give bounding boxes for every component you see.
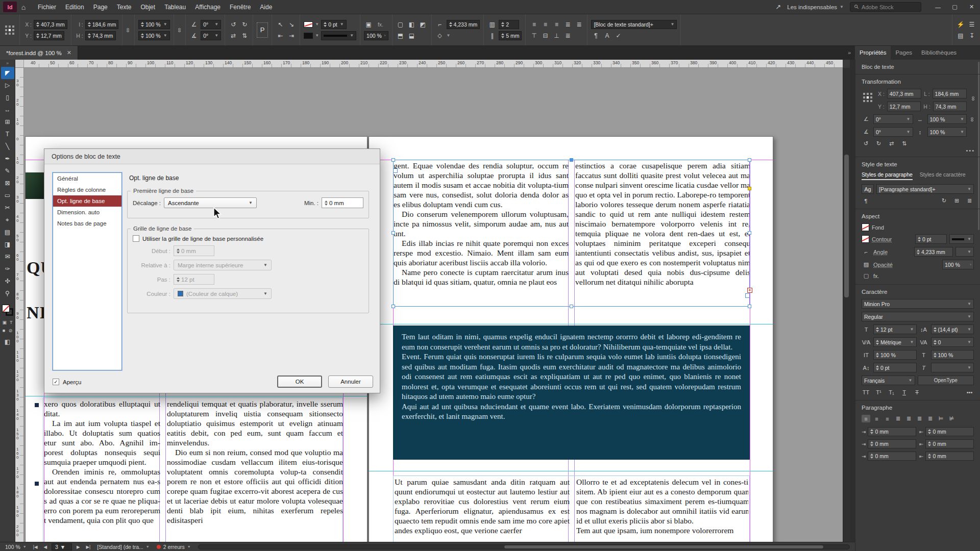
chevron-down-icon[interactable]: ▼ (315, 33, 319, 38)
valign-justify-icon[interactable]: ≣ (563, 32, 572, 39)
stroke-link[interactable]: Contour (872, 236, 913, 242)
menu-objet[interactable]: Objet (136, 0, 160, 14)
share-icon[interactable]: ↗ (775, 3, 781, 11)
link-icon[interactable]: ∞ (125, 28, 132, 32)
gutter-field[interactable]: 5 mm (499, 31, 522, 40)
preview-checkbox[interactable]: ✓ (53, 379, 59, 385)
align-towards-spine-icon[interactable]: ⊨ (937, 415, 945, 422)
stepper-arrows[interactable] (36, 33, 39, 38)
rotate-cw-icon[interactable]: ↻ (240, 21, 249, 28)
align-right-icon[interactable]: ≡ (883, 415, 892, 422)
height-field[interactable]: 74,3 mm (933, 102, 967, 111)
stepper-arrows[interactable] (36, 22, 39, 27)
first-page-button[interactable]: |◀ (32, 544, 39, 549)
next-page-button[interactable]: ▶ (75, 544, 82, 549)
redefine-style-icon[interactable]: ↻ (940, 197, 948, 205)
left-page-text-frame[interactable]: xero quos doloratibus elluptaqui ut dita… (44, 399, 343, 542)
opentype-button[interactable]: OpenType (918, 375, 974, 385)
workspace-switcher[interactable]: Les indispensables ▼ (787, 4, 844, 10)
quick-actions-icon[interactable]: ⚡ (956, 21, 965, 28)
flip-horizontal-icon[interactable]: ⇄ (229, 32, 238, 39)
kerning-field[interactable]: Métrique▼ (873, 337, 917, 347)
toolbar-collapse-icon[interactable]: » (6, 60, 9, 67)
more-character-options-icon[interactable]: ••• (965, 388, 974, 396)
stroke-weight-field[interactable]: 0 pt▼ (321, 20, 346, 29)
stepper-arrows[interactable] (88, 33, 91, 38)
character-icon[interactable]: A (602, 32, 611, 39)
rotation-field[interactable]: 0°▼ (201, 20, 221, 29)
formatting-container-icon[interactable]: ▣ (2, 320, 7, 325)
font-style-dropdown[interactable]: Regular▼ (862, 312, 974, 321)
language-dropdown[interactable]: Français▼ (862, 375, 915, 385)
select-container-icon[interactable]: ↖ (276, 21, 285, 28)
next-object-icon[interactable]: ⇥ (287, 32, 296, 39)
no-wrap-icon[interactable]: ▢ (396, 21, 405, 28)
align-left-icon[interactable]: ≡ (862, 415, 870, 422)
effects-icon[interactable]: ▢ (862, 272, 871, 279)
fit-content-icon[interactable]: ⬓ (407, 32, 416, 39)
leading-field[interactable]: (14,4 pt)▼ (931, 324, 974, 334)
paragraph-icon[interactable]: ¶ (591, 32, 600, 39)
text-column[interactable]: rendeliqui temquat et quatis plaboratur,… (167, 399, 343, 542)
fx-label[interactable]: fx. (375, 21, 383, 28)
last-page-button[interactable]: ▶| (85, 544, 92, 549)
apply-none-icon[interactable]: ⊘ (9, 328, 13, 333)
chevron-down-icon[interactable]: ▼ (447, 33, 451, 38)
width-field[interactable]: 184,6 mm (933, 89, 967, 98)
align-right-icon[interactable]: ≡ (552, 21, 561, 28)
horizontal-scrollbar[interactable] (198, 544, 850, 549)
tab-character-styles[interactable]: Styles de caractère (920, 171, 966, 180)
fx-label[interactable]: fx. (873, 273, 879, 279)
text-column[interactable]: estinctios a corae cusapelisque perem ad… (575, 161, 749, 306)
new-style-icon[interactable]: ⊞ (952, 197, 961, 205)
scale-x-field[interactable]: 100 %▼ (138, 20, 170, 29)
selected-text-frame[interactable]: gent. Equae volendae des rendia soluptur… (393, 160, 750, 307)
corner-radius-field[interactable]: 4,233 mm (447, 20, 480, 29)
gradient-feather-tool[interactable]: ◨ (1, 238, 14, 251)
vertical-scrollbar-thumb[interactable] (844, 155, 849, 297)
tab-bibliotheques[interactable]: Bibliothèques (917, 46, 961, 60)
selection-handle[interactable] (391, 158, 395, 162)
horizontal-scrollbar-thumb[interactable] (504, 545, 823, 548)
menu-aide[interactable]: Aide (255, 0, 277, 14)
opacity-link[interactable]: Opacité (873, 262, 940, 268)
stroke-swatch[interactable] (862, 235, 869, 243)
bottom-text-frame[interactable]: Ut parum quiae samusdant anda ditin ratq… (393, 475, 750, 542)
tab-pages[interactable]: Pages (891, 46, 917, 60)
cancel-button[interactable]: Annuler (328, 375, 373, 388)
free-transform-tool[interactable]: ⌖ (1, 214, 14, 226)
screen-mode-icon[interactable]: ◧ (5, 338, 10, 345)
page-tool[interactable]: ▯ (1, 91, 14, 104)
v-ruler[interactable]: 3020100102030405060708090100110120130140… (15, 68, 24, 542)
stroke-swatch[interactable] (304, 21, 313, 28)
pen-tool[interactable]: ✒ (1, 153, 14, 165)
scale-x-field[interactable]: 100 %▼ (927, 114, 967, 124)
corner-style-icon[interactable]: ⬦ (435, 32, 445, 39)
link-icon[interactable]: ∞ (176, 28, 183, 32)
rotation-field[interactable]: 0°▼ (873, 114, 913, 124)
wrap-bounding-icon[interactable]: ◧ (407, 21, 416, 28)
justify-last-right-icon[interactable]: ≣ (915, 415, 924, 422)
menu-affichage[interactable]: Affichage (190, 0, 225, 14)
ruler-origin-corner[interactable] (15, 60, 24, 68)
close-tab-icon[interactable]: ✕ (67, 49, 71, 56)
valign-center-icon[interactable]: ⊟ (541, 32, 550, 39)
document-tab[interactable]: *forest.indd @ 100 % ✕ (0, 46, 78, 60)
wrap-shape-icon[interactable]: ◩ (419, 21, 428, 28)
indent-field-1[interactable]: ⇤0 mm (919, 427, 974, 436)
stroke-style-dropdown[interactable]: ▼ (949, 234, 974, 244)
columns-field[interactable]: 2 (499, 20, 519, 29)
type-tool[interactable]: T (1, 128, 14, 140)
gradient-swatch-tool[interactable]: ▤ (1, 226, 14, 238)
vertical-scrollbar[interactable] (843, 68, 850, 542)
align-center-icon[interactable]: ≡ (541, 21, 550, 28)
text-column[interactable]: xero quos doloratibus elluptaqui ut dita… (44, 399, 160, 542)
hand-tool[interactable]: ✣ (1, 275, 14, 287)
subscript-icon[interactable]: T₁ (887, 388, 896, 396)
y-field[interactable]: 12,7 mm (887, 102, 921, 111)
frame-fitting-icon[interactable]: ⬒ (396, 32, 405, 39)
justify-all-icon[interactable]: ≣ (574, 21, 583, 28)
stock-search-input[interactable]: ⚲ Adobe Stock (850, 2, 921, 12)
dialog-category-0[interactable]: Général (53, 173, 121, 184)
pencil-tool[interactable]: ✎ (1, 165, 14, 177)
